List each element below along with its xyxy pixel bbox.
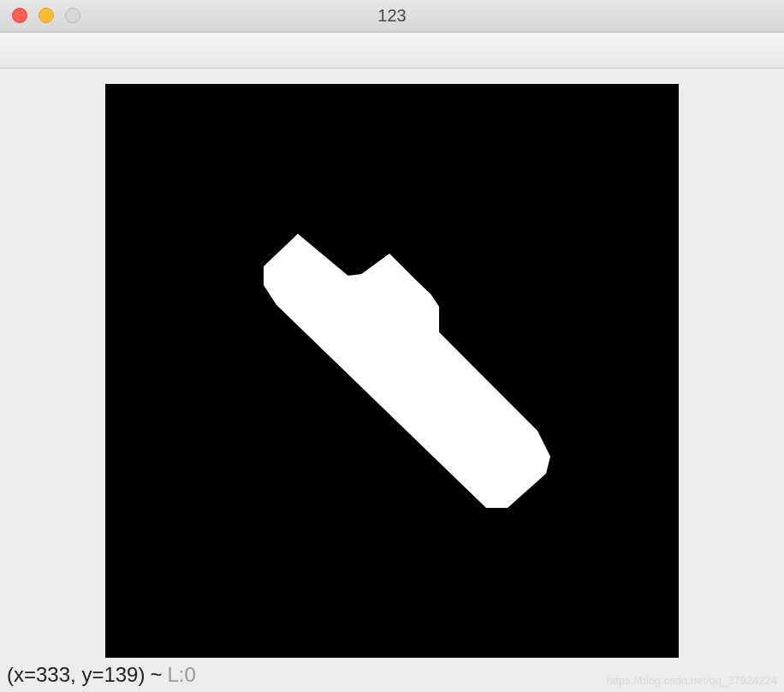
pixel-value: L:0 <box>167 663 195 687</box>
watermark: https://blog.csdn.net/qq_37924224 <box>607 674 778 687</box>
svg-marker-1 <box>266 236 549 505</box>
cursor-coordinates: (x=333, y=139) <box>7 663 145 687</box>
maximize-button[interactable] <box>65 8 80 23</box>
app-window: 123 (x=333, y=139) ~ L:0 https://blog.cs… <box>0 0 784 692</box>
toolbar <box>0 33 784 69</box>
window-controls <box>0 8 80 23</box>
status-bar: (x=333, y=139) ~ L:0 https://blog.csdn.n… <box>0 658 784 692</box>
content-area <box>0 69 784 658</box>
minimize-button[interactable] <box>39 8 54 23</box>
binary-image-shape <box>105 84 679 658</box>
status-separator: ~ <box>150 663 162 687</box>
close-button[interactable] <box>12 8 27 23</box>
titlebar[interactable]: 123 <box>0 0 784 33</box>
image-canvas[interactable] <box>105 84 679 658</box>
window-title: 123 <box>377 6 406 26</box>
